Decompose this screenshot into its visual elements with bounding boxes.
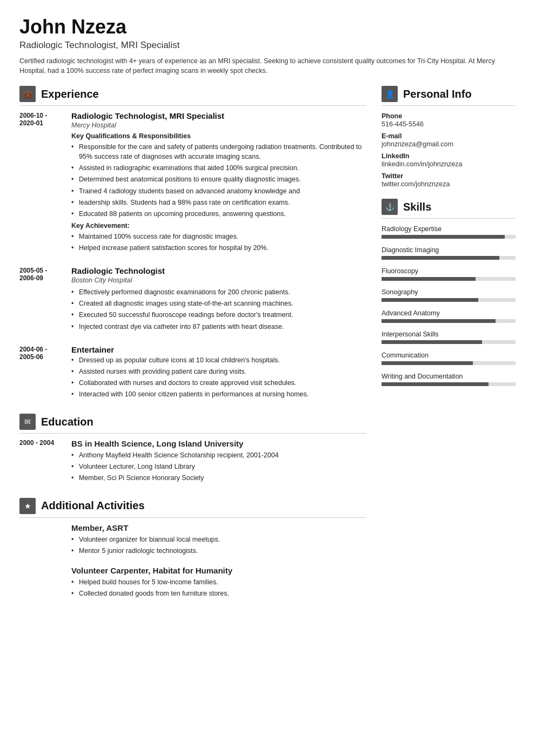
skill-bar-bg-7 xyxy=(382,382,516,386)
skill-name-0: Radiology Expertise xyxy=(382,225,516,233)
activity-spacer-2 xyxy=(19,566,63,600)
exp-list-1-1: Maintained 100% success rate for diagnos… xyxy=(71,232,366,253)
exp-company-1: Mercy Hospital xyxy=(71,122,366,129)
skill-bar-fill-2 xyxy=(382,277,476,281)
skill-bar-fill-7 xyxy=(382,382,489,386)
skills-container: Radiology Expertise Diagnostic Imaging F… xyxy=(382,225,516,386)
edu-entry-1: 2000 - 2004 BS in Health Science, Long I… xyxy=(19,439,366,484)
list-item: Injected contrast dye via catheter into … xyxy=(71,322,366,332)
skill-name-5: Interpersonal Skills xyxy=(382,330,516,338)
exp-entry-2: 2005-05 - 2006-09 Radiologic Technologis… xyxy=(19,266,366,333)
list-item: Determined best anatomical positions to … xyxy=(71,174,366,184)
skill-bar-bg-1 xyxy=(382,256,516,260)
activity-spacer-1 xyxy=(19,523,63,557)
exp-content-2: Radiologic Technologist Boston City Hosp… xyxy=(71,266,366,333)
edu-content-1: BS in Health Science, Long Island Univer… xyxy=(71,439,366,484)
skill-bar-bg-4 xyxy=(382,319,516,323)
experience-section: 💼 Experience 2006-10 - 2020-01 Radiologi… xyxy=(19,86,366,401)
left-column: 💼 Experience 2006-10 - 2020-01 Radiologi… xyxy=(19,86,366,740)
personal-title: Personal Info xyxy=(403,88,472,100)
additional-icon: ★ xyxy=(19,498,36,514)
skill-bar-fill-5 xyxy=(382,340,482,344)
exp-entry-1: 2006-10 - 2020-01 Radiologic Technologis… xyxy=(19,111,366,254)
skill-bar-fill-1 xyxy=(382,256,499,260)
activity-content-2: Volunteer Carpenter, Habitat for Humanit… xyxy=(71,566,366,600)
activity-title-2: Volunteer Carpenter, Habitat for Humanit… xyxy=(71,566,366,575)
linkedin-label: LinkedIn xyxy=(382,152,516,160)
activity-list-1: Volunteer organizer for biannual local m… xyxy=(71,535,366,556)
education-section: ✉ Education 2000 - 2004 BS in Health Sci… xyxy=(19,414,366,484)
additional-title: Additional Activities xyxy=(41,500,145,512)
skill-item-5: Interpersonal Skills xyxy=(382,330,516,344)
edu-list-1: Anthony Mayfield Health Science Scholars… xyxy=(71,450,366,483)
exp-list-1-0: Responsible for the care and safety of p… xyxy=(71,142,366,219)
list-item: Anthony Mayfield Health Science Scholars… xyxy=(71,450,366,460)
experience-icon: 💼 xyxy=(19,86,36,102)
additional-section: ★ Additional Activities Member, ASRT Vol… xyxy=(19,498,366,600)
candidate-title: Radiologic Technologist, MRI Specialist xyxy=(19,40,516,51)
resume-header: John Nzeza Radiologic Technologist, MRI … xyxy=(19,16,516,76)
experience-title: Experience xyxy=(41,88,99,100)
skill-bar-fill-0 xyxy=(382,235,505,239)
skill-name-3: Sonography xyxy=(382,288,516,296)
skills-section: ⚓ Skills Radiology Expertise Diagnostic … xyxy=(382,199,516,386)
skill-bar-bg-3 xyxy=(382,298,516,302)
skill-name-6: Communication xyxy=(382,352,516,359)
exp-content-1: Radiologic Technologist, MRI Specialist … xyxy=(71,111,366,254)
candidate-name: John Nzeza xyxy=(19,16,516,38)
list-item: Interacted with 100 senior citizen patie… xyxy=(71,389,366,399)
skill-item-3: Sonography xyxy=(382,288,516,302)
list-item: Helped increase patient satisfaction sco… xyxy=(71,243,366,253)
exp-title-2: Radiologic Technologist xyxy=(71,266,366,275)
twitter-value: twitter.com/johnznzeza xyxy=(382,180,516,188)
phone-value: 516-445-5546 xyxy=(382,120,516,128)
list-item: Helped build houses for 5 low-income fam… xyxy=(71,577,366,587)
phone-label: Phone xyxy=(382,112,516,120)
right-column: 👤 Personal Info Phone 516-445-5546 E-mai… xyxy=(382,86,516,740)
linkedin-value: linkedin.com/in/johnznzeza xyxy=(382,160,516,168)
list-item: leadership skills. Students had a 98% pa… xyxy=(71,198,366,207)
skill-item-6: Communication xyxy=(382,352,516,365)
resume-page: John Nzeza Radiologic Technologist, MRI … xyxy=(0,0,535,756)
list-item: Educated 88 patients on upcoming procedu… xyxy=(71,209,366,219)
exp-list-2-0: Effectively performed diagnostic examina… xyxy=(71,287,366,332)
skills-header: ⚓ Skills xyxy=(382,199,516,219)
email-value: johnznzeza@gmail.com xyxy=(382,140,516,148)
skill-bar-bg-5 xyxy=(382,340,516,344)
activity-entry-1: Member, ASRT Volunteer organizer for bia… xyxy=(19,523,366,557)
exp-dates-2: 2005-05 - 2006-09 xyxy=(19,266,63,333)
skill-name-7: Writing and Documentation xyxy=(382,373,516,380)
list-item: Trained 4 radiology students based on ad… xyxy=(71,186,366,196)
list-item: Volunteer organizer for biannual local m… xyxy=(71,535,366,544)
list-item: Collaborated with nurses and doctors to … xyxy=(71,378,366,388)
skill-bar-fill-3 xyxy=(382,298,478,302)
skill-item-4: Advanced Anatomy xyxy=(382,309,516,323)
skill-bar-bg-2 xyxy=(382,277,516,281)
email-label: E-mail xyxy=(382,132,516,140)
twitter-label: Twitter xyxy=(382,172,516,180)
skill-name-1: Diagnostic Imaging xyxy=(382,246,516,254)
skill-bar-fill-4 xyxy=(382,319,496,323)
experience-header: 💼 Experience xyxy=(19,86,366,106)
activity-entry-2: Volunteer Carpenter, Habitat for Humanit… xyxy=(19,566,366,600)
skills-icon: ⚓ xyxy=(382,199,398,215)
list-item: Executed 50 successful fluoroscope readi… xyxy=(71,310,366,320)
skill-name-4: Advanced Anatomy xyxy=(382,309,516,317)
activity-title-1: Member, ASRT xyxy=(71,523,366,532)
exp-list-3-0: Dressed up as popular culture icons at 1… xyxy=(71,355,366,400)
edu-degree-1: BS in Health Science, Long Island Univer… xyxy=(71,439,366,448)
exp-entry-3: 2004-06 - 2005-06 Entertainer Dressed up… xyxy=(19,345,366,401)
education-icon: ✉ xyxy=(19,414,36,430)
list-item: Volunteer Lecturer, Long Island Library xyxy=(71,462,366,471)
list-item: Mentor 5 junior radiologic technologists… xyxy=(71,546,366,556)
personal-header: 👤 Personal Info xyxy=(382,86,516,106)
skill-item-1: Diagnostic Imaging xyxy=(382,246,516,260)
list-item: Collected donated goods from ten furnitu… xyxy=(71,589,366,598)
additional-header: ★ Additional Activities xyxy=(19,498,366,518)
exp-content-3: Entertainer Dressed up as popular cultur… xyxy=(71,345,366,401)
exp-title-1: Radiologic Technologist, MRI Specialist xyxy=(71,111,366,120)
exp-dates-1: 2006-10 - 2020-01 xyxy=(19,111,63,254)
exp-dates-3: 2004-06 - 2005-06 xyxy=(19,345,63,401)
skill-item-7: Writing and Documentation xyxy=(382,373,516,386)
skill-bar-fill-6 xyxy=(382,361,473,365)
